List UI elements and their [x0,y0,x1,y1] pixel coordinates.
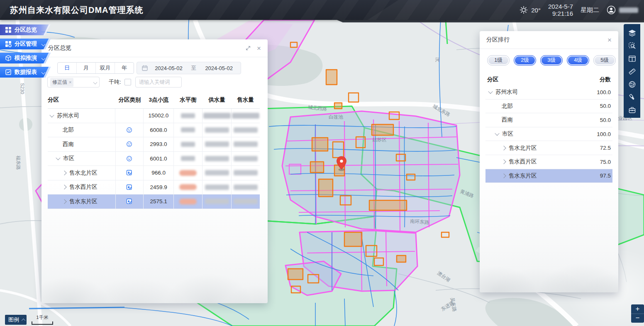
zoom-in-button[interactable]: + [631,304,644,314]
supply-volume-cell [202,137,231,151]
supply-volume-cell [202,166,231,180]
zone-name: 售水东片区 [69,198,98,205]
user-account[interactable] [607,5,638,15]
redacted-value [179,170,197,176]
ranking-row[interactable]: 售水东片区97.5 [485,169,612,183]
supply-volume-cell [202,109,231,123]
water-balance-cell [173,166,202,180]
ranking-row[interactable]: 市区100.0 [485,127,612,141]
redacted-value [234,127,258,133]
sale-volume-cell [231,109,260,123]
sidebar-item-1[interactable]: 分区总览 [0,24,51,35]
redacted-value [205,156,229,161]
chevron-down-icon[interactable] [56,156,60,160]
weather-widget: 20° [520,6,541,14]
ranking-row[interactable]: 售水北片区72.5 [485,141,612,155]
sidebar-item-label: 模拟推演 [15,54,37,62]
zone-category-cell [115,152,143,166]
water-balance-cell [173,180,202,195]
water-doc-icon [126,184,132,190]
table-row[interactable]: 售水北片区966.0 [48,166,260,180]
date-end-value[interactable]: 2024-05-02 [202,65,236,71]
area-zoom-icon[interactable] [624,39,640,52]
table-row[interactable]: 北部6008.0 [48,123,260,138]
filter-tag-label: 修正值 [52,79,67,86]
col-header-zone: 分区 [48,96,116,104]
close-icon[interactable]: × [607,36,612,44]
sidebar-item-4[interactable]: 数据报表 [0,67,51,78]
level-button-2级[interactable]: 2级 [514,55,536,66]
level-button-3级[interactable]: 3级 [540,55,563,66]
unit-checkbox[interactable] [124,79,131,85]
zone-name: 市区 [63,155,74,162]
overview-grid-icon [5,27,12,33]
zone-score: 50.0 [600,117,611,123]
date-start-value[interactable]: 2024-05-02 [152,65,185,71]
table-row[interactable]: 市区6001.0 [48,152,260,166]
globe-icon[interactable] [624,78,640,91]
overview-panel-titlebar: 分区总览 × [41,39,268,57]
period-tab-双月[interactable]: 双月 [95,63,115,73]
table-row[interactable]: 苏州水司15002.0 [48,109,260,123]
chevron-right-icon[interactable] [62,185,66,190]
period-tab-年[interactable]: 年 [115,63,134,73]
ranking-row[interactable]: 北部50.0 [485,100,612,114]
map-label: 姑苏区 [372,137,387,142]
night-flow-cell: 15002.0 [143,109,173,123]
sidebar-item-2[interactable]: 分区管理 [0,39,51,49]
period-tab-月[interactable]: 月 [76,63,95,73]
keyword-search-input[interactable] [135,77,182,88]
temperature-value: 20° [531,7,541,14]
brush-icon[interactable] [624,91,640,104]
chevron-down-icon[interactable] [495,131,499,136]
level-button-5级[interactable]: 5级 [593,55,616,66]
legend-button[interactable]: 图例 [5,315,27,325]
close-icon[interactable]: × [257,45,261,52]
period-tab-日[interactable]: 日 [58,63,76,73]
chevron-down-icon[interactable] [49,113,54,117]
sidebar-item-3[interactable]: 模拟推演 [0,53,51,63]
avatar-icon [607,5,616,15]
selected-filter-tag: 修正值 × [50,78,73,87]
chevron-right-icon[interactable] [62,170,66,175]
metric-select-dropdown[interactable]: 修正值 × [47,77,100,88]
zoom-out-button[interactable]: − [631,314,644,323]
ranking-row[interactable]: 售水西片区75.0 [485,155,612,169]
ranking-panel-title: 分区排行 [486,36,510,44]
sidebar-item-label: 分区总览 [15,26,37,34]
report-icon [5,69,12,75]
map-zoom-control: + − [631,304,644,323]
night-flow-cell: 2459.9 [143,180,173,195]
expand-icon[interactable] [245,45,251,51]
date-range-picker[interactable]: 2024-05-02 至 2024-05-02 [137,62,241,74]
ranking-row[interactable]: 西南50.0 [485,113,612,127]
supply-volume-cell [202,180,231,195]
time-value: 9:21:16 [552,10,573,17]
table-row[interactable]: 西南2993.0 [48,137,260,152]
zone-name-cell: 市区 [48,155,115,162]
remove-tag-icon[interactable]: × [69,80,71,85]
ruler-icon[interactable] [624,65,640,78]
chevron-right-icon[interactable] [501,173,506,178]
zone-name-cell: 北部 [48,126,115,134]
col-header-supply: 供水量 [202,92,231,108]
water-doc-icon [126,198,132,204]
layers-icon[interactable] [624,27,640,39]
level-button-1级[interactable]: 1级 [487,55,510,66]
table-row[interactable]: 售水西片区2459.9 [48,180,260,195]
chevron-down-icon[interactable] [488,89,493,94]
chevron-right-icon[interactable] [62,199,66,204]
level-button-4级[interactable]: 4级 [567,55,589,66]
sale-volume-cell [231,195,260,209]
toolbox-icon[interactable] [624,104,640,117]
split-view-icon[interactable] [624,52,640,65]
chevron-right-icon[interactable] [501,146,506,150]
table-row[interactable]: 售水东片区2575.1 [48,195,260,209]
sale-volume-cell [231,180,260,195]
zone-score: 50.0 [600,103,611,109]
period-segmented-control: 日月双月年 [57,62,134,74]
no-chevron [56,129,59,131]
ranking-row[interactable]: 苏州水司100.0 [485,85,612,100]
redacted-value [205,199,229,204]
chevron-right-icon[interactable] [501,160,506,164]
